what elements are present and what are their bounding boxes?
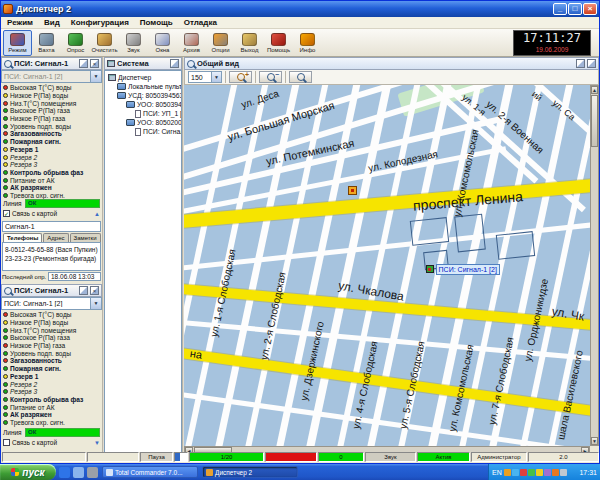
sensor-label: Низ.Т(°С) помещения xyxy=(10,327,76,334)
map-link-checkbox[interactable]: ✓ xyxy=(3,210,10,217)
magnifier-icon xyxy=(187,60,195,68)
status-led xyxy=(3,374,8,379)
zoom-out-button[interactable]: − xyxy=(259,71,282,83)
panel2-header[interactable]: ПСИ: Сигнал-1 × xyxy=(1,284,102,297)
toolbar-button-Помощь[interactable]: Помощь xyxy=(264,30,293,56)
menu-item[interactable]: Вид xyxy=(44,18,60,27)
tree-node-label: УОО: 80503945423 xyxy=(137,101,182,108)
map-link-label: Связь с картой xyxy=(12,210,92,217)
float-icon[interactable] xyxy=(79,286,88,295)
float-icon[interactable] xyxy=(576,59,585,68)
tree-node[interactable]: Диспетчер xyxy=(105,73,181,82)
menu-item[interactable]: Конфигурация xyxy=(71,18,129,27)
toolbar-button-Опции[interactable]: Опции xyxy=(206,30,235,56)
zoom-in-button[interactable]: + xyxy=(229,71,252,83)
panel1-device-select[interactable]: ПСИ: Сигнал-1 [2] ▼ xyxy=(1,70,102,83)
toolbar-button-Архив[interactable]: Архив xyxy=(177,30,206,56)
tray-icon[interactable] xyxy=(560,469,567,476)
status-led xyxy=(3,366,8,371)
map-marker[interactable] xyxy=(348,186,357,195)
scrollbar-thumb[interactable] xyxy=(591,95,598,147)
sensor-label: Резерв 3 xyxy=(10,161,37,168)
close-button[interactable]: × xyxy=(583,3,597,15)
sensor-label: АК разряжен xyxy=(10,411,52,418)
tray-icon[interactable] xyxy=(512,469,519,476)
quick-launch-icon[interactable] xyxy=(73,467,84,478)
object-name-field[interactable]: Сигнал-1 xyxy=(2,221,101,232)
tree-node[interactable]: ПСИ: Сигнал-1 [2] xyxy=(105,127,181,136)
maximize-button[interactable]: □ xyxy=(568,3,582,15)
panel2-device-select[interactable]: ПСИ: Сигнал-1 [2] ▼ xyxy=(1,297,102,310)
task-button[interactable]: Total Commander 7.0... xyxy=(102,466,198,478)
status-segment-3: Звук xyxy=(365,452,416,462)
menu-item[interactable]: Помощь xyxy=(140,18,173,27)
triangle-icon[interactable]: ▲ xyxy=(94,211,100,217)
tree-node[interactable]: Локальные пульты xyxy=(105,82,181,91)
sensor-row: Низ.Т(°С) помещения xyxy=(1,326,102,334)
panel1-header[interactable]: ПСИ: Сигнал-1 × xyxy=(1,57,102,70)
quick-launch-icon[interactable] xyxy=(87,467,98,478)
tab-Телефоны[interactable]: Телефоны xyxy=(3,233,42,242)
document-icon xyxy=(135,110,141,118)
sensor-label: Низкое Р(Па) воды xyxy=(10,319,68,326)
close-icon[interactable]: × xyxy=(90,59,99,68)
sensor-row: Резерв 2 xyxy=(1,380,102,388)
tray-icon[interactable] xyxy=(544,469,551,476)
tray-icon[interactable] xyxy=(528,469,535,476)
sensor-row: Пожарная сигн. xyxy=(1,365,102,373)
tab-Заметки[interactable]: Заметки xyxy=(70,233,101,242)
start-button[interactable]: пуск xyxy=(0,464,56,480)
scroll-up-icon[interactable]: ▲ xyxy=(591,86,598,94)
status-segment-2: 0 xyxy=(318,452,364,462)
map-panel-header[interactable]: Общий вид xyxy=(184,57,599,70)
sensor-row: Низкое Р(Па) воды xyxy=(1,319,102,327)
sensor-label: Низкое Р(Па) газа xyxy=(10,115,65,122)
maximize-panel-icon[interactable] xyxy=(587,59,596,68)
close-icon[interactable]: × xyxy=(90,286,99,295)
tray-icon[interactable] xyxy=(552,469,559,476)
divider xyxy=(255,71,256,83)
toolbar-button-Режим[interactable]: Режим xyxy=(3,30,32,56)
tree-node[interactable]: УСД: 80503945632 [100] xyxy=(105,91,181,100)
tab-Адрес[interactable]: Адрес xyxy=(43,233,68,242)
quick-launch-icon[interactable] xyxy=(59,467,70,478)
station-icon xyxy=(426,265,434,273)
toolbar-button-Очистить[interactable]: Очистить xyxy=(90,30,119,56)
triangle-icon[interactable]: ▼ xyxy=(94,440,100,446)
zoom-area-button[interactable] xyxy=(289,71,312,83)
sensor-row: Резерв 1 xyxy=(1,146,102,154)
language-indicator[interactable]: EN xyxy=(492,469,502,476)
toolbar-button-Вахта[interactable]: Вахта xyxy=(32,30,61,56)
status-led xyxy=(3,312,8,317)
map-view[interactable]: ул. Десаул. Большая Морскаяул. Потемкинс… xyxy=(184,85,590,446)
tree-node[interactable]: УОО: 80503945423 xyxy=(105,100,181,109)
tree-node[interactable]: ПСИ: УП_1 [1] xyxy=(105,109,181,118)
poll-icon xyxy=(68,33,83,46)
pin-icon[interactable] xyxy=(170,59,179,68)
toolbar-button-Выход[interactable]: Выход xyxy=(235,30,264,56)
tray-icon[interactable] xyxy=(536,469,543,476)
map-zoom-select[interactable]: 150 ▼ xyxy=(188,71,222,83)
menu-item[interactable]: Отладка xyxy=(184,18,217,27)
task-button[interactable]: Диспетчер 2 xyxy=(202,466,298,478)
system-panel-header[interactable]: Система xyxy=(104,57,182,70)
toolbar-button-Инфо[interactable]: Инфо xyxy=(293,30,322,56)
toolbar-button-Окна[interactable]: Окна xyxy=(148,30,177,56)
scroll-down-icon[interactable]: ▼ xyxy=(591,437,598,445)
sensor-row: АК разряжен xyxy=(1,411,102,419)
toolbar-button-Звук[interactable]: Звук xyxy=(119,30,148,56)
minimize-button[interactable]: _ xyxy=(553,3,567,15)
toolbar-button-Опрос[interactable]: Опрос xyxy=(61,30,90,56)
chevron-down-icon[interactable]: ▼ xyxy=(90,71,101,82)
tray-icon[interactable] xyxy=(504,469,511,476)
tree-node[interactable]: УОО: 80502008646 xyxy=(105,118,181,127)
map-vertical-scrollbar[interactable]: ▲ ▼ xyxy=(590,85,599,446)
chevron-down-icon[interactable]: ▼ xyxy=(90,298,101,309)
tray-icon[interactable] xyxy=(520,469,527,476)
phones-area[interactable]: 8-0512-45-65-88 (Вася Пупкин)23-23-23 (Р… xyxy=(2,242,101,271)
menu-item[interactable]: Режим xyxy=(7,18,33,27)
toolbar-button-label: Инфо xyxy=(300,47,316,53)
map-link-checkbox[interactable] xyxy=(3,439,10,446)
station-marker[interactable]: ПСИ: Сигнал-1 [2] xyxy=(426,264,500,275)
float-icon[interactable] xyxy=(79,59,88,68)
